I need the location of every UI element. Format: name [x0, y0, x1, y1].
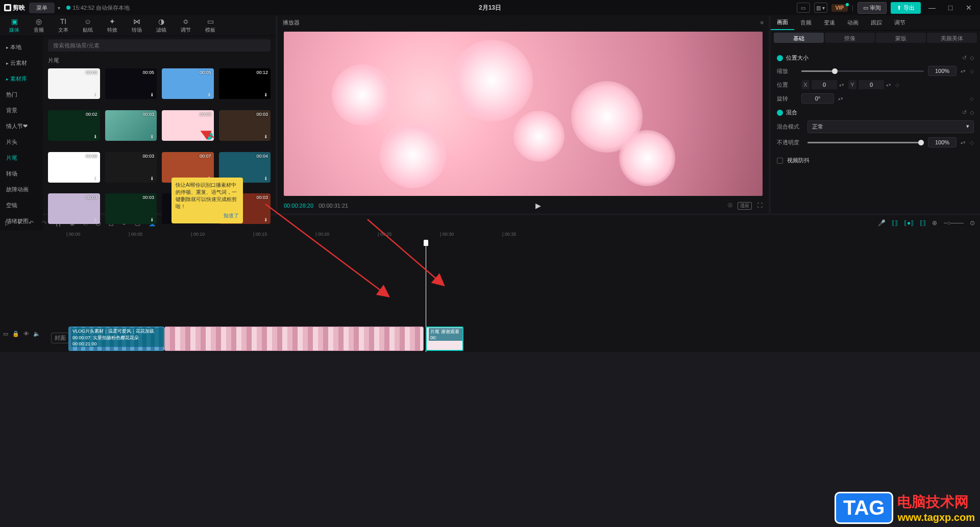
top-tab-6[interactable]: ◑滤镜	[149, 15, 174, 36]
inspector-tab-1[interactable]: 音频	[794, 15, 818, 30]
pos-x-stepper[interactable]: ▴▾	[839, 83, 844, 87]
inspector-tab-2[interactable]: 变速	[818, 15, 841, 30]
player-viewport[interactable]	[284, 32, 763, 196]
rotation-value[interactable]: 0°	[801, 93, 834, 104]
media-thumb-12[interactable]: 00:03⬇	[48, 193, 100, 224]
inspector-subtab-1[interactable]: 抠像	[825, 33, 875, 43]
media-thumb-9[interactable]: 00:03⬇	[105, 152, 157, 183]
blend-keyframe-icon[interactable]: ◇	[970, 109, 974, 116]
snap-toggle-3[interactable]: ⟦⟧	[920, 219, 926, 227]
timeline-clip-3[interactable]: 片尾 谢谢观看 00:	[426, 327, 463, 351]
search-input[interactable]	[48, 39, 271, 52]
media-thumb-6[interactable]: 00:03⬇+	[162, 110, 214, 141]
crop-icon[interactable]: ⦾	[728, 202, 732, 210]
scale-stepper[interactable]: ▴▾	[961, 69, 966, 73]
snap-toggle-2[interactable]: ⟦●⟧	[904, 219, 914, 227]
rot-keyframe-icon[interactable]: ◇	[970, 96, 974, 102]
download-icon[interactable]: ⬇	[150, 176, 154, 181]
opacity-keyframe-icon[interactable]: ◇	[970, 140, 974, 145]
tool-dropdown-icon[interactable]: ▾	[18, 220, 20, 225]
media-thumb-5[interactable]: 00:03⬇	[105, 110, 157, 141]
top-tab-0[interactable]: ▣媒体	[2, 15, 27, 36]
ratio-icon[interactable]: 适应	[738, 202, 752, 210]
inspector-tab-5[interactable]: 调节	[888, 15, 912, 30]
zoom-fit-icon[interactable]: ⊙	[970, 219, 975, 227]
play-button[interactable]: ▶	[535, 202, 541, 210]
pos-y-stepper[interactable]: ▴▾	[886, 83, 891, 87]
sidebar-cat-2[interactable]: 情人节❤	[0, 118, 43, 134]
download-icon[interactable]: ⬇	[150, 92, 154, 97]
top-tab-7[interactable]: ≎调节	[174, 15, 198, 36]
timeline-clip-1[interactable]: VLOG片头素材｜温柔可爱风｜花花加载 00:00:07: 实景拍摄粉色樱花花朵…	[68, 327, 164, 351]
track-mute-icon[interactable]: 🔈	[33, 331, 40, 337]
download-icon[interactable]: ⬇	[150, 217, 154, 222]
top-tab-5[interactable]: ⋈转场	[125, 15, 149, 36]
sidebar-item-library[interactable]: 素材库	[0, 71, 43, 87]
pos-y-input[interactable]	[859, 80, 884, 89]
reset-icon[interactable]: ↺	[962, 55, 967, 61]
download-icon[interactable]: ⬇	[264, 217, 268, 222]
top-tab-8[interactable]: ▭模板	[198, 15, 223, 36]
rotation-stepper[interactable]: ▴▾	[838, 97, 843, 101]
media-thumb-13[interactable]: 00:03⬇	[105, 193, 157, 224]
sidebar-cat-5[interactable]: 转场	[0, 166, 43, 182]
opacity-slider[interactable]	[807, 142, 924, 143]
media-thumb-3[interactable]: 00:12⬇	[219, 68, 271, 99]
scale-value[interactable]: 100%	[928, 66, 957, 76]
vip-badge[interactable]: VIP	[831, 4, 848, 12]
media-thumb-0[interactable]: 00:03⬇	[48, 68, 100, 99]
sidebar-cat-6[interactable]: 故障动画	[0, 182, 43, 197]
download-icon[interactable]: ⬇	[150, 134, 154, 139]
top-tab-2[interactable]: TI文本	[51, 15, 76, 36]
top-tab-4[interactable]: ✦特效	[100, 15, 125, 36]
marker-icon[interactable]: ⊕	[932, 219, 937, 227]
download-icon[interactable]: ⬇	[207, 92, 211, 97]
download-icon[interactable]: ⬇	[93, 92, 97, 97]
download-icon[interactable]: ⬇	[93, 176, 97, 181]
media-thumb-2[interactable]: 00:05⬇	[162, 68, 214, 99]
inspector-subtab-0[interactable]: 基础	[774, 33, 824, 43]
cover-button[interactable]: 封面	[51, 333, 69, 343]
keyframe-icon[interactable]: ◇	[970, 55, 974, 61]
layout-icon-2[interactable]: ▥ ▾	[814, 3, 827, 13]
sidebar-cat-7[interactable]: 空镜	[0, 197, 43, 213]
media-thumb-1[interactable]: 00:05⬇	[105, 68, 157, 99]
inspector-tab-3[interactable]: 动画	[841, 15, 865, 30]
inspector-tab-4[interactable]: 跟踪	[865, 15, 888, 30]
maximize-icon[interactable]: □	[943, 4, 958, 12]
snap-toggle-1[interactable]: ⟦⟧	[892, 219, 898, 227]
download-icon[interactable]: ⬇	[264, 176, 268, 181]
top-tab-3[interactable]: ☺贴纸	[76, 15, 100, 36]
timeline-clip-2[interactable]	[164, 327, 424, 351]
mic-icon[interactable]: 🎤	[878, 219, 886, 227]
scale-keyframe-icon[interactable]: ◇	[970, 68, 974, 74]
redo-icon[interactable]: ↷	[42, 219, 47, 227]
inspector-tab-0[interactable]: 画面	[771, 15, 794, 30]
add-to-track-icon[interactable]: +	[205, 132, 213, 140]
player-menu-icon[interactable]: ≡	[761, 19, 764, 26]
download-icon[interactable]: ⬇	[93, 217, 97, 222]
blend-check-icon[interactable]	[777, 110, 783, 116]
close-icon[interactable]: ✕	[962, 4, 976, 12]
stabilize-checkbox[interactable]	[777, 158, 783, 164]
sidebar-cat-4[interactable]: 片尾	[0, 150, 43, 166]
media-thumb-4[interactable]: 00:02⬇	[48, 110, 100, 141]
export-button[interactable]: ⬆ 导出	[891, 2, 921, 14]
download-icon[interactable]: ⬇	[264, 92, 268, 97]
media-thumb-8[interactable]: 00:09⬇	[48, 152, 100, 183]
inspector-subtab-3[interactable]: 美颜美体	[927, 33, 977, 43]
scale-slider[interactable]	[801, 70, 924, 72]
fullscreen-icon[interactable]: ⛶	[757, 202, 763, 210]
pos-size-check-icon[interactable]	[777, 55, 783, 61]
track-add-icon[interactable]: ▭	[3, 331, 8, 337]
opacity-stepper[interactable]: ▴▾	[961, 141, 966, 144]
undo-icon[interactable]: ↶	[29, 219, 34, 227]
sidebar-item-cloud[interactable]: 云素材	[0, 55, 43, 71]
download-icon[interactable]: ⬇	[264, 134, 268, 139]
track-eye-icon[interactable]: 👁	[23, 331, 29, 337]
layout-icon-1[interactable]: ▭	[797, 3, 810, 13]
blend-mode-select[interactable]: 正常▾	[807, 120, 974, 133]
ai-tip-ok-button[interactable]: 知道了	[176, 212, 239, 219]
zoom-out-icon[interactable]: −○───	[943, 219, 964, 227]
top-tab-1[interactable]: ◎音频	[27, 15, 51, 36]
